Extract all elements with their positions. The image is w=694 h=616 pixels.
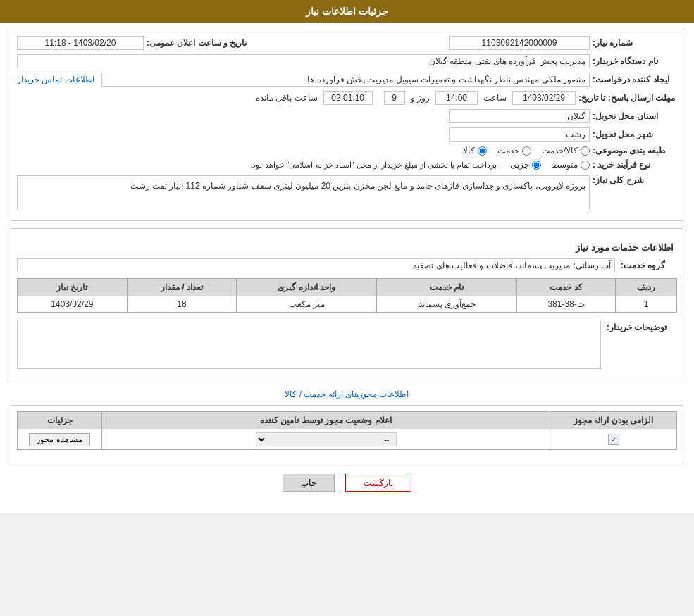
- col-code: کد خدمت: [517, 279, 616, 296]
- process-jazei-radio[interactable]: [532, 161, 541, 170]
- creator-value: منصور ملکی مهندس ناظر نگهداشت و تعمیرات …: [101, 73, 590, 87]
- province-value: گیلان: [449, 109, 590, 123]
- services-section: اطلاعات خدمات مورد نیاز گروه خدمت: آب رس…: [11, 228, 683, 382]
- back-button[interactable]: بازگشت: [345, 474, 411, 492]
- cell-qty: 18: [127, 296, 237, 313]
- station-label: نام دستگاه خریدار:: [593, 56, 677, 66]
- checkmark-icon: ✓: [611, 436, 616, 444]
- cell-name: جمع‌آوری پسماند: [377, 296, 517, 313]
- lic-required-cell: ✓: [550, 429, 677, 450]
- deadline-label: مهلت ارسال پاسخ: تا تاریخ:: [578, 93, 677, 103]
- category-label: طبقه بندی موضوعی:: [593, 146, 677, 156]
- announce-value: 1403/02/20 - 11:18: [17, 36, 144, 50]
- license-table: الزامی بودن ارائه مجوز اعلام وضعیت مجوز …: [17, 411, 677, 450]
- buyer-notes-textarea[interactable]: [17, 320, 601, 369]
- service-group-value: آب رسانی؛ مدیریت پسماند، فاضلاب و فعالیت…: [17, 258, 615, 272]
- col-unit: واحد اندازه گیری: [237, 279, 377, 296]
- lic-col-details: جزئیات: [18, 412, 102, 429]
- lic-col-status: اعلام وضعیت مجوز توسط نامین کننده: [102, 412, 550, 429]
- table-row: 1 ث-38-381 جمع‌آوری پسماند متر مکعب 18 1…: [18, 296, 677, 313]
- announce-label: تاریخ و ساعت اعلان عمومی:: [147, 38, 259, 48]
- col-date: تاریخ نیاز: [18, 279, 128, 296]
- main-info-section: شماره نیاز: 1103092142000009 تاریخ و ساع…: [11, 30, 683, 221]
- license-row: ✓ -- مشاهده مجوز: [18, 429, 677, 450]
- process-motevaset-radio[interactable]: [581, 161, 590, 170]
- license-table-section: الزامی بودن ارائه مجوز اعلام وضعیت مجوز …: [11, 405, 683, 463]
- buyer-notes-label: توضیحات خریدار:: [607, 320, 677, 332]
- category-khedmat-option[interactable]: خدمت: [497, 146, 531, 156]
- print-button[interactable]: چاپ: [283, 474, 335, 492]
- services-table: ردیف کد خدمت نام خدمت واحد اندازه گیری ت…: [17, 278, 677, 313]
- need-desc-value: پروژه لایروبی، پاکسازی و جداسازی فازهای …: [17, 175, 590, 210]
- col-row: ردیف: [616, 279, 677, 296]
- category-radio-group: کالا/خدمت خدمت کالا: [463, 146, 590, 156]
- days-label: روز و: [411, 93, 430, 103]
- category-kala-khedmat-label: کالا/خدمت: [542, 146, 578, 156]
- lic-details-cell: مشاهده مجوز: [18, 429, 102, 450]
- services-title: اطلاعات خدمات مورد نیاز: [17, 240, 677, 255]
- deadline-time: 14:00: [435, 91, 478, 105]
- process-jazei-label: جزیی: [510, 160, 529, 170]
- action-buttons: بازگشت چاپ: [11, 474, 683, 492]
- province-label: استان محل تحویل:: [593, 111, 677, 121]
- creator-label: ایجاد کننده درخواست:: [593, 75, 677, 84]
- lic-col-required: الزامی بودن ارائه مجوز: [550, 412, 677, 429]
- process-jazei-option[interactable]: جزیی: [510, 160, 541, 170]
- licenses-section: اطلاعات مجوزهای ارائه خدمت / کالا الزامی…: [11, 389, 683, 463]
- need-number-label: شماره نیاز:: [593, 38, 677, 48]
- cell-row: 1: [616, 296, 677, 313]
- col-name: نام خدمت: [377, 279, 517, 296]
- process-motevaset-label: متوسط: [552, 160, 578, 170]
- license-checkbox: ✓: [608, 434, 619, 445]
- process-note: پرداخت تمام یا بخشی از مبلغ خریدار از مح…: [250, 161, 497, 170]
- category-khedmat-radio[interactable]: [522, 146, 531, 156]
- city-label: شهر محل تحویل:: [593, 130, 677, 139]
- cell-code: ث-38-381: [517, 296, 616, 313]
- header-bar: جزئیات اطلاعات نیاز: [0, 0, 694, 23]
- category-kala-radio[interactable]: [478, 146, 487, 156]
- category-kala-khedmat-radio[interactable]: [581, 146, 590, 156]
- licenses-link[interactable]: اطلاعات مجوزهای ارائه خدمت / کالا: [11, 389, 683, 399]
- view-license-button[interactable]: مشاهده مجوز: [29, 433, 89, 446]
- process-radio-group: متوسط جزیی: [510, 160, 590, 170]
- category-kala-label: کالا: [463, 146, 475, 156]
- service-group-label: گروه خدمت:: [621, 260, 677, 270]
- deadline-remaining: 02:01:10: [323, 91, 373, 105]
- license-status-select[interactable]: --: [256, 432, 397, 446]
- page-title: جزئیات اطلاعات نیاز: [306, 6, 388, 17]
- cell-date: 1403/02/29: [18, 296, 128, 313]
- deadline-days: 9: [384, 91, 405, 105]
- need-number-value: 1103092142000009: [449, 36, 590, 50]
- need-desc-label: شرح کلی نیاز:: [593, 175, 677, 185]
- process-label: نوع فرآیند خرید :: [593, 160, 677, 170]
- category-kala-khedmat-option[interactable]: کالا/خدمت: [542, 146, 590, 156]
- col-qty: تعداد / مقدار: [127, 279, 237, 296]
- deadline-time-label: ساعت: [483, 93, 507, 103]
- deadline-date: 1403/02/29: [512, 91, 576, 105]
- cell-unit: متر مکعب: [237, 296, 377, 313]
- lic-status-cell: --: [102, 429, 550, 450]
- remaining-suffix: ساعت باقی مانده: [256, 93, 318, 103]
- station-value: مدیریت پخش فرآورده های نفتی منطقه گیلان: [17, 54, 590, 68]
- contacts-link[interactable]: اطلاعات تماس خریدار: [17, 75, 94, 84]
- city-value: رشت: [449, 127, 590, 142]
- category-kala-option[interactable]: کالا: [463, 146, 487, 156]
- category-khedmat-label: خدمت: [497, 146, 519, 156]
- process-motevaset-option[interactable]: متوسط: [552, 160, 590, 170]
